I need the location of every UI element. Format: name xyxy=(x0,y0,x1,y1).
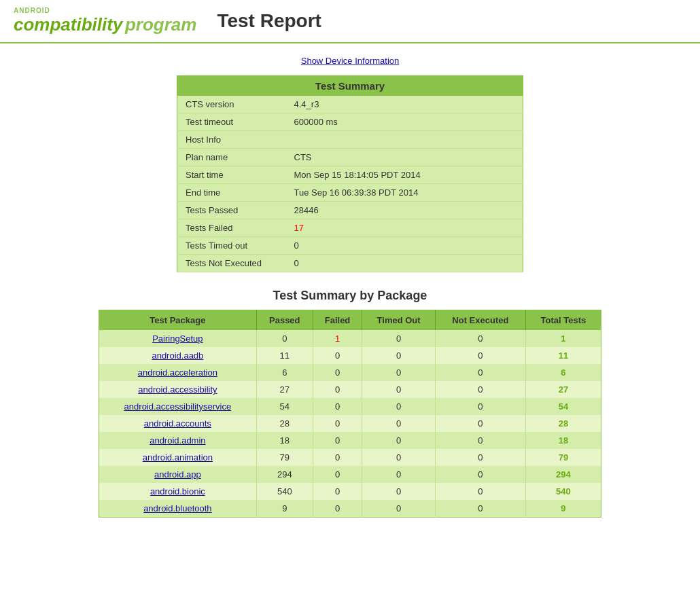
summary-value: Mon Sep 15 18:14:05 PDT 2014 xyxy=(286,166,523,184)
pkg-failed: 0 xyxy=(313,364,362,381)
pkg-col-header: Passed xyxy=(256,310,313,331)
pkg-failed: 0 xyxy=(313,483,362,500)
pkg-total: 54 xyxy=(525,398,601,415)
pkg-failed: 1 xyxy=(313,330,362,347)
page-title: Test Report xyxy=(217,10,321,32)
summary-value: 4.4_r3 xyxy=(286,96,523,113)
pkg-not-executed: 0 xyxy=(435,364,525,381)
pkg-passed: 6 xyxy=(256,364,313,381)
pkg-link[interactable]: android.animation xyxy=(143,452,213,463)
pkg-link[interactable]: android.bluetooth xyxy=(143,503,211,513)
pkg-passed: 18 xyxy=(256,432,313,449)
summary-row: End timeTue Sep 16 06:39:38 PDT 2014 xyxy=(177,184,523,202)
pkg-link[interactable]: PairingSetup xyxy=(152,333,203,344)
pkg-timed-out: 0 xyxy=(362,483,436,500)
pkg-timed-out: 0 xyxy=(362,364,436,381)
pkg-link[interactable]: android.acceleration xyxy=(138,367,217,378)
pkg-row: android.aadb1100011 xyxy=(99,347,601,364)
summary-value: 0 xyxy=(286,237,523,255)
summary-label: Start time xyxy=(177,166,286,184)
pkg-failed: 0 xyxy=(313,381,362,398)
pkg-col-header: Failed xyxy=(313,310,362,331)
pkg-not-executed: 0 xyxy=(435,432,525,449)
pkg-link[interactable]: android.accounts xyxy=(144,418,211,429)
pkg-total: 28 xyxy=(525,415,601,432)
pkg-not-executed: 0 xyxy=(435,398,525,415)
pkg-total: 294 xyxy=(525,466,601,483)
pkg-not-executed: 0 xyxy=(435,466,525,483)
pkg-passed: 27 xyxy=(256,381,313,398)
summary-row: CTS version4.4_r3 xyxy=(177,96,523,113)
summary-value: Tue Sep 16 06:39:38 PDT 2014 xyxy=(286,184,523,202)
pkg-link[interactable]: android.aadb xyxy=(152,350,203,361)
pkg-summary-title: Test Summary by Package xyxy=(99,289,601,303)
pkg-total: 6 xyxy=(525,364,601,381)
pkg-failed: 0 xyxy=(313,466,362,483)
pkg-row: android.bionic540000540 xyxy=(99,483,601,500)
summary-label: Tests Passed xyxy=(177,202,286,219)
summary-value: 600000 ms xyxy=(286,113,523,131)
summary-row: Start timeMon Sep 15 18:14:05 PDT 2014 xyxy=(177,166,523,184)
pkg-passed: 0 xyxy=(256,330,313,347)
logo-compat-label: compatibility xyxy=(14,14,122,35)
summary-label: Tests Not Executed xyxy=(177,255,286,272)
pkg-row: android.accounts2800028 xyxy=(99,415,601,432)
pkg-passed: 9 xyxy=(256,500,313,518)
pkg-not-executed: 0 xyxy=(435,483,525,500)
pkg-failed: 0 xyxy=(313,347,362,364)
summary-label: Tests Timed out xyxy=(177,237,286,255)
pkg-timed-out: 0 xyxy=(362,500,436,518)
summary-label: Tests Failed xyxy=(177,219,286,237)
summary-value: 28446 xyxy=(286,202,523,219)
logo-android-label: ANDROID xyxy=(14,7,196,14)
summary-label: Plan name xyxy=(177,149,286,166)
pkg-row: android.app294000294 xyxy=(99,466,601,483)
pkg-not-executed: 0 xyxy=(435,449,525,466)
pkg-total: 27 xyxy=(525,381,601,398)
pkg-timed-out: 0 xyxy=(362,432,436,449)
pkg-row: android.admin1800018 xyxy=(99,432,601,449)
pkg-total: 18 xyxy=(525,432,601,449)
summary-value: 0 xyxy=(286,255,523,272)
pkg-not-executed: 0 xyxy=(435,330,525,347)
logo-program-label: program xyxy=(125,14,196,35)
pkg-total: 1 xyxy=(525,330,601,347)
pkg-link[interactable]: android.bionic xyxy=(150,486,205,496)
pkg-link[interactable]: android.admin xyxy=(150,435,205,446)
pkg-passed: 540 xyxy=(256,483,313,500)
pkg-col-header: Test Package xyxy=(99,310,257,331)
pkg-total: 540 xyxy=(525,483,601,500)
summary-value: 17 xyxy=(286,219,523,237)
pkg-total: 11 xyxy=(525,347,601,364)
pkg-passed: 54 xyxy=(256,398,313,415)
summary-row: Tests Failed17 xyxy=(177,219,523,237)
summary-row: Tests Timed out0 xyxy=(177,237,523,255)
summary-value xyxy=(286,131,523,149)
pkg-row: android.animation7900079 xyxy=(99,449,601,466)
pkg-col-header: Total Tests xyxy=(525,310,601,331)
pkg-row: PairingSetup01001 xyxy=(99,330,601,347)
summary-label: Test timeout xyxy=(177,113,286,131)
pkg-link[interactable]: android.accessibility xyxy=(138,384,217,395)
pkg-failed: 0 xyxy=(313,500,362,518)
pkg-not-executed: 0 xyxy=(435,500,525,518)
pkg-failed: 0 xyxy=(313,415,362,432)
pkg-link[interactable]: android.app xyxy=(154,469,201,480)
pkg-timed-out: 0 xyxy=(362,466,436,483)
show-device-link[interactable]: Show Device Information xyxy=(99,56,601,66)
pkg-passed: 79 xyxy=(256,449,313,466)
summary-row: Tests Not Executed0 xyxy=(177,255,523,272)
summary-row: Plan nameCTS xyxy=(177,149,523,166)
summary-row: Test timeout600000 ms xyxy=(177,113,523,131)
summary-value: CTS xyxy=(286,149,523,166)
pkg-link[interactable]: android.accessibilityservice xyxy=(124,401,232,412)
summary-label: Host Info xyxy=(177,131,286,149)
pkg-row: android.acceleration60006 xyxy=(99,364,601,381)
summary-row: Host Info xyxy=(177,131,523,149)
pkg-table: Test PackagePassedFailedTimed OutNot Exe… xyxy=(99,310,601,518)
pkg-timed-out: 0 xyxy=(362,330,436,347)
pkg-timed-out: 0 xyxy=(362,449,436,466)
pkg-not-executed: 0 xyxy=(435,347,525,364)
pkg-row: android.accessibility2700027 xyxy=(99,381,601,398)
pkg-row: android.bluetooth90009 xyxy=(99,500,601,518)
